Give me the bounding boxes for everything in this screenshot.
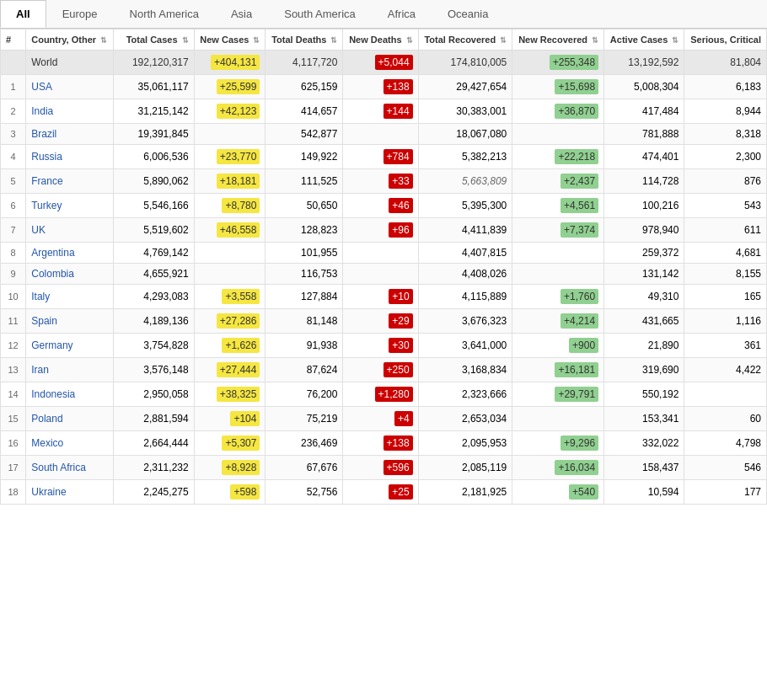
country-link[interactable]: Ukraine	[31, 486, 66, 498]
row-new-cases: +38,325	[194, 382, 266, 407]
row-total-recovered: 5,395,300	[418, 194, 512, 218]
row-active-cases: 131,142	[604, 264, 684, 285]
row-country[interactable]: Colombia	[26, 264, 114, 285]
country-link[interactable]: Brazil	[31, 128, 56, 140]
country-link[interactable]: USA	[31, 81, 52, 93]
row-total-cases: 5,519,602	[113, 218, 194, 243]
row-serious: 6,183	[684, 75, 767, 99]
row-total-deaths: 101,955	[266, 243, 343, 264]
row-country[interactable]: Turkey	[26, 194, 114, 218]
header-active-cases[interactable]: Active Cases ⇅	[604, 29, 684, 51]
header-new-recovered[interactable]: New Recovered ⇅	[512, 29, 604, 51]
header-country[interactable]: Country, Other ⇅	[26, 29, 114, 51]
country-link[interactable]: India	[31, 105, 53, 117]
country-link[interactable]: Germany	[31, 339, 72, 351]
row-total-cases: 5,890,062	[113, 169, 194, 194]
world-new-cases: +404,131	[194, 51, 266, 75]
tab-europe[interactable]: Europe	[46, 0, 114, 28]
row-total-recovered: 4,408,026	[418, 264, 512, 285]
row-new-recovered: +9,296	[512, 431, 604, 456]
country-link[interactable]: Iran	[31, 364, 49, 376]
row-new-cases: +1,626	[194, 334, 266, 358]
row-country[interactable]: Russia	[26, 145, 114, 169]
header-total-recovered[interactable]: Total Recovered ⇅	[418, 29, 512, 51]
row-new-recovered	[512, 124, 604, 145]
country-link[interactable]: Turkey	[31, 200, 62, 211]
row-country[interactable]: Germany	[26, 334, 114, 358]
country-link[interactable]: Argentina	[31, 247, 74, 259]
row-total-deaths: 149,922	[266, 145, 343, 169]
row-country[interactable]: Mexico	[26, 431, 114, 456]
row-country[interactable]: India	[26, 99, 114, 124]
row-country[interactable]: Poland	[26, 407, 114, 431]
country-link[interactable]: UK	[31, 224, 46, 236]
row-total-cases: 31,215,142	[113, 99, 194, 124]
row-new-deaths: +596	[343, 456, 418, 480]
row-country[interactable]: South Africa	[26, 456, 114, 480]
row-num: 16	[1, 431, 26, 456]
header-total-cases[interactable]: Total Cases ⇅	[113, 29, 194, 51]
row-country[interactable]: USA	[26, 75, 114, 99]
world-country: World	[26, 51, 114, 75]
country-link[interactable]: South Africa	[31, 462, 86, 473]
row-num: 8	[1, 243, 26, 264]
row-new-cases	[194, 264, 266, 285]
country-link[interactable]: Mexico	[31, 437, 63, 449]
tab-all[interactable]: All	[0, 0, 46, 28]
row-new-deaths: +138	[343, 75, 418, 99]
row-country[interactable]: Ukraine	[26, 480, 114, 505]
row-total-recovered: 3,168,834	[418, 358, 512, 382]
country-link[interactable]: Colombia	[31, 268, 74, 280]
country-link[interactable]: Italy	[31, 291, 50, 302]
row-num: 15	[1, 407, 26, 431]
header-serious[interactable]: Serious, Critical	[684, 29, 767, 51]
row-total-deaths: 542,877	[266, 124, 343, 145]
row-country[interactable]: Brazil	[26, 124, 114, 145]
row-new-cases: +18,181	[194, 169, 266, 194]
row-new-recovered: +4,214	[512, 309, 604, 334]
row-serious: 8,944	[684, 99, 767, 124]
row-serious: 60	[684, 407, 767, 431]
country-link[interactable]: France	[31, 175, 62, 187]
row-total-recovered: 5,663,809	[418, 169, 512, 194]
header-new-cases[interactable]: New Cases ⇅	[194, 29, 266, 51]
row-active-cases: 259,372	[604, 243, 684, 264]
tab-south-america[interactable]: South America	[268, 0, 372, 28]
tab-asia[interactable]: Asia	[215, 0, 268, 28]
row-country[interactable]: Italy	[26, 285, 114, 309]
country-link[interactable]: Poland	[31, 413, 62, 425]
row-new-cases: +8,928	[194, 456, 266, 480]
row-new-recovered: +15,698	[512, 75, 604, 99]
row-country[interactable]: Iran	[26, 358, 114, 382]
table-row: 3 Brazil 19,391,845 542,877 18,067,080 7…	[1, 124, 767, 145]
row-country[interactable]: France	[26, 169, 114, 194]
row-num: 9	[1, 264, 26, 285]
row-country[interactable]: Spain	[26, 309, 114, 334]
row-total-cases: 4,189,136	[113, 309, 194, 334]
row-new-recovered	[512, 264, 604, 285]
row-num: 4	[1, 145, 26, 169]
row-total-deaths: 236,469	[266, 431, 343, 456]
header-total-deaths[interactable]: Total Deaths ⇅	[266, 29, 343, 51]
row-new-deaths: +784	[343, 145, 418, 169]
covid-table: # Country, Other ⇅ Total Cases ⇅ New Cas…	[0, 29, 767, 505]
row-country[interactable]: UK	[26, 218, 114, 243]
tab-oceania[interactable]: Oceania	[432, 0, 504, 28]
header-new-deaths[interactable]: New Deaths ⇅	[343, 29, 418, 51]
row-new-recovered: +4,561	[512, 194, 604, 218]
row-serious: 4,798	[684, 431, 767, 456]
tab-bar: AllEuropeNorth AmericaAsiaSouth AmericaA…	[0, 0, 767, 29]
row-serious: 8,318	[684, 124, 767, 145]
tab-north-america[interactable]: North America	[114, 0, 215, 28]
table-row: 6 Turkey 5,546,166 +8,780 50,650 +46 5,3…	[1, 194, 767, 218]
row-new-deaths: +29	[343, 309, 418, 334]
country-link[interactable]: Russia	[31, 151, 62, 163]
row-country[interactable]: Indonesia	[26, 382, 114, 407]
row-new-recovered: +540	[512, 480, 604, 505]
country-link[interactable]: Indonesia	[31, 388, 75, 400]
country-link[interactable]: Spain	[31, 315, 57, 327]
tab-africa[interactable]: Africa	[372, 0, 432, 28]
row-country[interactable]: Argentina	[26, 243, 114, 264]
table-row: 8 Argentina 4,769,142 101,955 4,407,815 …	[1, 243, 767, 264]
table-row: 16 Mexico 2,664,444 +5,307 236,469 +138 …	[1, 431, 767, 456]
